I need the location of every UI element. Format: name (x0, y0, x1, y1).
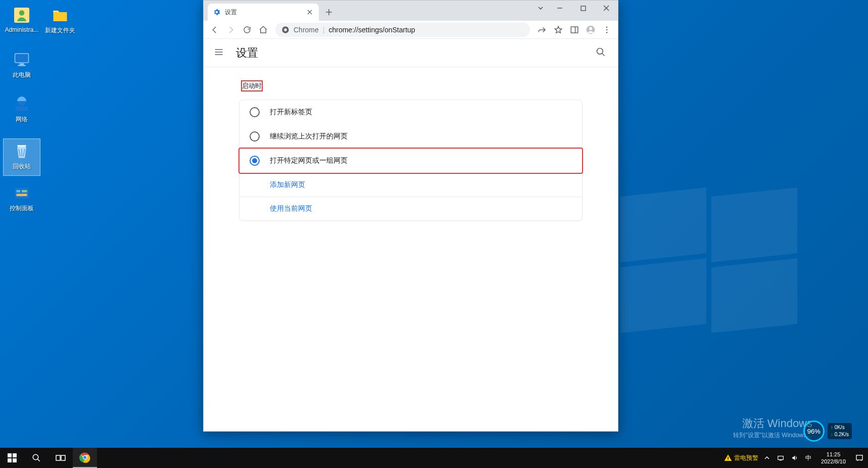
network-icon (12, 94, 32, 114)
desktop-icon-network[interactable]: 网络 (3, 94, 40, 131)
svg-point-18 (606, 29, 608, 30)
settings-title: 设置 (236, 45, 596, 61)
radio-label: 打开新标签页 (270, 108, 312, 117)
omnibox-host: Chrome (294, 26, 319, 34)
side-panel-icon[interactable] (567, 23, 582, 37)
radio-icon (250, 156, 260, 166)
activation-watermark: 激活 Windows 转到"设置"以激活 Windows。 (733, 416, 812, 440)
svg-point-20 (597, 48, 603, 54)
taskbar: 雷电预警 中 11:25 2022/8/10 (0, 448, 868, 468)
svg-rect-14 (571, 27, 578, 33)
desktop-icon-pc[interactable]: 此电脑 (3, 50, 40, 87)
radio-label: 打开特定网页或一组网页 (270, 156, 348, 165)
svg-rect-9 (22, 190, 27, 193)
tab-dropdown-icon[interactable] (533, 1, 548, 16)
tray-volume-icon[interactable] (790, 454, 800, 461)
svg-rect-32 (778, 456, 784, 460)
section-title-wrap: 启动时 (239, 79, 583, 92)
svg-rect-7 (15, 188, 29, 199)
svg-rect-6 (16, 107, 28, 111)
radio-icon (250, 107, 260, 117)
forward-button[interactable] (224, 23, 238, 37)
tab-close-icon[interactable] (306, 8, 314, 16)
recycle-icon (12, 141, 32, 161)
net-dn: 0.2K/s (831, 431, 849, 438)
desktop-icon-label: 此电脑 (3, 71, 40, 79)
settings-header: 设置 (204, 39, 618, 67)
back-button[interactable] (208, 23, 222, 37)
tray-network-icon[interactable] (776, 454, 786, 461)
svg-rect-8 (17, 190, 21, 193)
desktop-icon-recycle[interactable]: 回收站 (3, 138, 40, 176)
folder-icon (50, 5, 70, 25)
tab-title: 设置 (225, 8, 306, 17)
startup-radio-2[interactable]: 打开特定网页或一组网页 (238, 148, 583, 174)
system-tray: 雷电预警 中 11:25 2022/8/10 (724, 451, 868, 465)
startup-link-0[interactable]: 添加新网页 (239, 173, 582, 197)
hamburger-icon[interactable] (214, 47, 226, 59)
tray-chevron-icon[interactable] (762, 455, 771, 461)
taskbar-chrome-icon[interactable] (73, 448, 97, 468)
svg-point-1 (19, 10, 25, 16)
svg-rect-10 (17, 194, 27, 197)
address-bar: Chrome | chrome://settings/onStartup (204, 21, 618, 39)
profile-icon[interactable] (584, 23, 598, 37)
svg-rect-27 (61, 455, 65, 460)
svg-point-13 (284, 28, 286, 31)
share-icon[interactable] (535, 23, 549, 37)
user-icon (12, 5, 32, 25)
net-percent: 96% (803, 420, 825, 442)
desktop-icon-label: 网络 (3, 115, 40, 124)
home-button[interactable] (256, 23, 270, 37)
watermark-line1: 激活 Windows (733, 416, 812, 431)
window-controls (533, 1, 618, 16)
minimize-button[interactable] (548, 1, 571, 16)
svg-point-25 (33, 454, 38, 460)
svg-rect-33 (856, 455, 862, 460)
radio-label: 继续浏览上次打开的网页 (270, 132, 348, 141)
close-window-button[interactable] (595, 1, 618, 16)
taskbar-search-icon[interactable] (24, 448, 49, 468)
search-icon[interactable] (596, 47, 608, 59)
maximize-button[interactable] (571, 1, 595, 16)
desktop-icon-user[interactable]: Administra... (3, 5, 40, 42)
titlebar: 设置 (204, 1, 618, 21)
star-icon[interactable] (551, 23, 565, 37)
startup-radio-1[interactable]: 继续浏览上次打开的网页 (239, 124, 582, 149)
desktop-icons-column-2: 新建文件夹 (41, 3, 79, 50)
tray-clock[interactable]: 11:25 2022/8/10 (817, 451, 850, 465)
new-tab-button[interactable] (322, 5, 336, 19)
weather-warning[interactable]: 雷电预警 (724, 454, 758, 462)
startup-radio-0[interactable]: 打开新标签页 (239, 100, 582, 124)
browser-tab[interactable]: 设置 (208, 4, 319, 21)
desktop-icon-folder[interactable]: 新建文件夹 (41, 5, 79, 42)
start-button[interactable] (0, 448, 24, 468)
network-monitor[interactable]: 96% 0K/s 0.2K/s (803, 420, 852, 442)
desktop-icon-control[interactable]: 控制面板 (3, 183, 40, 220)
svg-rect-24 (13, 458, 17, 462)
tray-notifications-icon[interactable] (854, 454, 865, 462)
svg-rect-23 (8, 458, 12, 462)
settings-body: 启动时 打开新标签页继续浏览上次打开的网页打开特定网页或一组网页添加新网页使用当… (204, 67, 618, 233)
tray-ime[interactable]: 中 (804, 454, 813, 462)
chrome-window: 设置 Chrome | chrome://settings/onStartup (203, 0, 618, 432)
svg-rect-2 (15, 54, 29, 63)
svg-point-17 (606, 26, 608, 28)
radio-icon (250, 131, 260, 142)
task-view-icon[interactable] (49, 448, 73, 468)
desktop-icon-label: 控制面板 (3, 204, 40, 213)
omnibox[interactable]: Chrome | chrome://settings/onStartup (275, 23, 530, 37)
gear-icon (213, 8, 221, 16)
svg-rect-11 (581, 6, 586, 11)
more-icon[interactable] (600, 23, 614, 37)
control-icon (12, 183, 32, 203)
net-up: 0K/s (831, 424, 849, 431)
startup-link-1[interactable]: 使用当前网页 (239, 197, 582, 220)
reload-button[interactable] (240, 23, 254, 37)
desktop-icons-column-1: Administra...此电脑网络回收站控制面板 (3, 3, 40, 227)
svg-rect-4 (18, 65, 26, 66)
desktop-icon-label: 新建文件夹 (41, 26, 79, 35)
startup-card: 打开新标签页继续浏览上次打开的网页打开特定网页或一组网页添加新网页使用当前网页 (239, 100, 583, 221)
omnibox-path: chrome://settings/onStartup (328, 26, 415, 34)
pc-icon (12, 50, 32, 70)
